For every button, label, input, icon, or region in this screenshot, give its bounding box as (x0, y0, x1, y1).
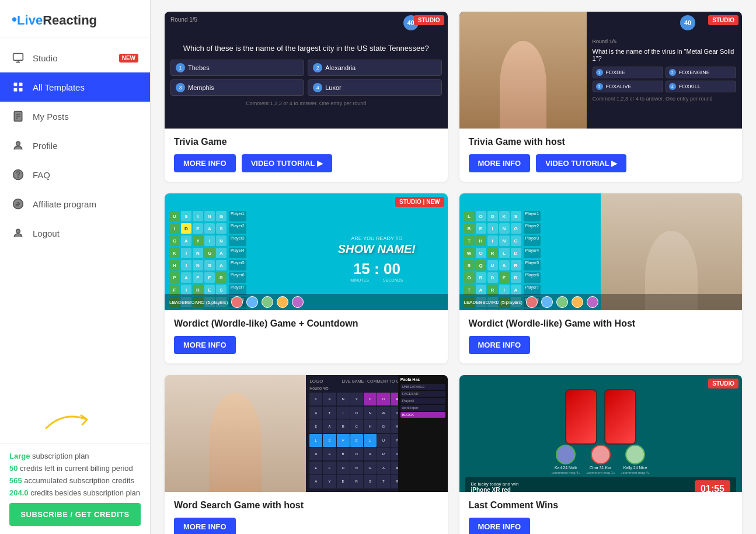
logo: •LiveReacting (0, 0, 150, 37)
lcw-actions: MORE INFO (469, 518, 733, 534)
credits-left-desc: credits left in current billing period (20, 464, 133, 473)
lb-avatar-4 (277, 296, 288, 308)
sidebar: •LiveReacting Studio NEW All Templates M… (0, 0, 151, 534)
lcw-studio-badge: STUDIO (708, 379, 738, 389)
trivia-host-title: Trivia Game with host (469, 137, 733, 147)
plan-name: Large (9, 452, 30, 460)
trivia-host-comment-hint: Comment 1,2,3 or 4 to answer. One entry … (593, 96, 736, 102)
wordict-host-grid-panel: LOOKSPlayer1 BEINGPlayer2 THINGPlayer3 W… (459, 193, 601, 310)
studio-badge-host: STUDIO (708, 15, 738, 25)
wordict-host-preview: STUDIO | NEW LOOKSPlayer1 BEINGPlayer2 T… (459, 193, 743, 310)
template-card-lcw: STUDIO Karl 24 Nolir (459, 375, 743, 534)
sidebar-item-logout[interactable]: Logout (0, 219, 150, 248)
grid-icon (12, 81, 25, 93)
file-text-icon (12, 110, 25, 123)
sidebar-item-faq[interactable]: FAQ (0, 160, 150, 189)
word-search-more-info-button[interactable]: MORE INFO (174, 518, 236, 534)
trivia-game-title: Trivia Game (174, 137, 438, 147)
lcw-phones (565, 389, 636, 445)
lcw-more-info-button[interactable]: MORE INFO (469, 518, 531, 534)
template-card-word-search: STUDIO LOGO LIVE GAME · COMMENT TO GUESS… (165, 375, 448, 534)
wordict-countdown-more-info-button[interactable]: MORE INFO (174, 336, 236, 354)
wordict-countdown-display: 15 : 00 (353, 260, 400, 278)
wordict-host-title: Wordict (Wordle-like) Game with Host (469, 318, 733, 329)
sidebar-item-logout-label: Logout (33, 228, 60, 238)
word-search-host-photo (165, 375, 306, 492)
lcw-be-lucky-text: Be lucky today and win (471, 481, 553, 487)
wordict-host-bg: STUDIO | NEW LOOKSPlayer1 BEINGPlayer2 T… (459, 193, 743, 310)
wordict-host-leaderboard: LEADERBOARD (5 players) (459, 294, 743, 310)
sidebar-item-profile[interactable]: Profile (0, 131, 150, 160)
svg-point-11 (16, 141, 20, 145)
svg-rect-6 (19, 88, 23, 92)
wordict-countdown-bg: STUDIO | NEW .wg-row { display:flex; gap… (165, 193, 448, 310)
lcw-phone-1 (565, 389, 597, 445)
svg-point-13 (18, 177, 19, 178)
lb-avatar-1 (231, 296, 243, 308)
trivia-host-timer: 40 (680, 15, 695, 30)
studio-badge: STUDIO (414, 15, 444, 25)
credits-left-count: 50 (9, 464, 18, 473)
lcw-avatar-2: Char 31 Kur «comment msg 1» (586, 445, 615, 474)
ws-player-1: UNBEATABLE (400, 384, 445, 390)
wh-lb-avatar-4 (572, 296, 583, 308)
lb-avatar-5 (292, 296, 304, 308)
trivia-host-bg: STUDIO Round 1/5 40 What is the name of … (459, 12, 743, 129)
wordict-host-more-info-button[interactable]: MORE INFO (469, 336, 531, 354)
wordict-studio-new-badge: STUDIO | NEW (395, 197, 444, 207)
wordict-leaderboard: LEADERBOARD (5 players) (165, 294, 448, 310)
subscribe-button[interactable]: SUBSCRIBE / GET CREDITS (9, 503, 141, 526)
lcw-preview: STUDIO Karl 24 Nolir (459, 375, 743, 492)
sidebar-item-studio-label: Studio (33, 53, 58, 63)
template-card-wordict-countdown: STUDIO | NEW .wg-row { display:flex; gap… (165, 193, 448, 363)
wh-lb-avatar-3 (556, 296, 568, 308)
ws-player-2: FACEBAR (400, 391, 445, 397)
template-card-wordict-host: STUDIO | NEW LOOKSPlayer1 BEINGPlayer2 T… (459, 193, 743, 363)
lcw-avatar-name-1: Karl 24 Nolir (555, 466, 577, 470)
ws-player-5: BLOCK (400, 412, 445, 418)
sidebar-item-all-templates[interactable]: All Templates (0, 72, 150, 102)
wh-lb-avatar-1 (526, 296, 538, 308)
wordict-countdown-preview: STUDIO | NEW .wg-row { display:flex; gap… (165, 193, 448, 310)
lcw-prize-text: iPhone XR red (471, 487, 553, 493)
lcw-avatar-comment-2: «comment msg 1» (586, 471, 615, 474)
trivia-opt-2: 2Alexandria (308, 60, 441, 76)
logo-live: Live (17, 13, 43, 27)
trivia-game-preview: Round 1/5 40 STUDIO Which of these is th… (165, 12, 448, 129)
lcw-avatars-row: Karl 24 Nolir «comment msg 4» Char 31 Ku… (552, 445, 650, 474)
lb-avatar-2 (246, 296, 258, 308)
ws-player-4: work loper (400, 405, 445, 411)
besides-line: 204.0 credits besides subscription plan (9, 488, 141, 497)
sidebar-item-affiliate[interactable]: Affiliate program (0, 189, 150, 219)
svg-rect-0 (13, 54, 23, 61)
wordict-host-leaderboard-label: LEADERBOARD (5 players) (464, 300, 522, 305)
wh-lb-avatar-2 (541, 296, 553, 308)
wordict-ready-label: ARE YOU READY TO (351, 235, 402, 241)
faq-icon (12, 168, 25, 181)
trivia-host-preview: STUDIO Round 1/5 40 What is the name of … (459, 12, 743, 129)
word-search-actions: MORE INFO (174, 518, 438, 534)
template-card-trivia-game: Round 1/5 40 STUDIO Which of these is th… (165, 12, 448, 182)
sidebar-item-all-templates-label: All Templates (33, 82, 85, 92)
trivia-host-more-info-button[interactable]: MORE INFO (469, 154, 531, 172)
lcw-avatar-circle-3 (625, 445, 645, 464)
trivia-host-body: Trivia Game with host MORE INFO VIDEO TU… (459, 129, 743, 182)
trivia-game-more-info-button[interactable]: MORE INFO (174, 154, 236, 172)
lcw-phone-screen-1 (566, 390, 596, 443)
besides-count: 204.0 (9, 488, 29, 497)
logo-reacting: Reacting (43, 13, 97, 27)
sidebar-item-my-posts[interactable]: My Posts (0, 102, 150, 131)
svg-rect-5 (14, 88, 18, 92)
trivia-opt-3: 3Memphis (170, 79, 304, 96)
trivia-round: Round 1/5 (170, 16, 197, 23)
trivia-game-video-tutorial-button[interactable]: VIDEO TUTORIAL ▶ (242, 154, 332, 172)
plan-desc: subscription plan (32, 452, 89, 460)
sidebar-item-studio[interactable]: Studio NEW (0, 43, 150, 72)
lcw-avatar-name-3: Kally 24 Nice (623, 466, 647, 470)
lcw-phone-2 (604, 389, 636, 445)
logo-dot: • (12, 11, 17, 28)
lcw-avatar-1: Karl 24 Nolir «comment msg 4» (552, 445, 580, 474)
ws-host-silhouette (209, 393, 262, 492)
trivia-host-video-tutorial-button[interactable]: VIDEO TUTORIAL ▶ (536, 154, 626, 172)
new-badge: NEW (119, 54, 138, 63)
